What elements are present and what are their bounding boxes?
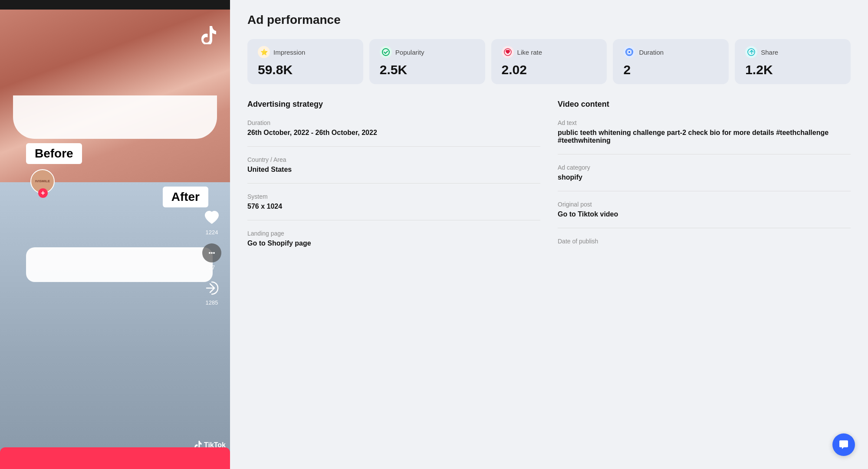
system-field-value: 576 x 1024 <box>247 203 540 210</box>
metric-header-impression: ⭐ Impression <box>258 46 353 58</box>
ad-text-field: Ad text public teeth whitening challenge… <box>558 119 851 154</box>
chat-button[interactable] <box>832 433 855 456</box>
svg-point-3 <box>382 49 389 56</box>
follow-button[interactable]: + <box>38 188 48 198</box>
duration-icon <box>623 46 635 58</box>
teeth-bottom <box>26 247 213 282</box>
impression-icon: ⭐ <box>258 46 270 58</box>
duration-field-value: 26th October, 2022 - 26th October, 2022 <box>247 129 540 137</box>
share-icon <box>202 279 221 298</box>
metric-card-impression: ⭐ Impression 59.8K <box>247 39 363 84</box>
date-publish-label: Date of publish <box>558 238 851 245</box>
duration-label: Duration <box>639 49 664 56</box>
video-content-title: Video content <box>558 100 851 109</box>
system-field-label: System <box>247 193 540 200</box>
date-publish-field: Date of publish <box>558 238 851 257</box>
ad-category-value: shopify <box>558 174 851 181</box>
original-post-label: Original post <box>558 201 851 208</box>
country-field: Country / Area United States <box>247 156 540 184</box>
video-container: Before IVISMILE + After 1224 <box>0 0 230 469</box>
teeth-top <box>13 95 217 139</box>
after-label: After <box>163 187 208 207</box>
duration-field-label: Duration <box>247 119 540 126</box>
metric-card-likerate: Like rate 2.02 <box>491 39 607 84</box>
system-field: System 576 x 1024 <box>247 193 540 220</box>
duration-field: Duration 26th October, 2022 - 26th Octob… <box>247 119 540 147</box>
video-bg-bottom <box>0 182 230 469</box>
ad-text-value: public teeth whitening challenge part-2 … <box>558 129 851 144</box>
share-count: 1285 <box>206 299 218 306</box>
comment-count: 27 <box>209 264 215 271</box>
landing-page-value[interactable]: Go to Shopify page <box>247 239 540 247</box>
after-text: After <box>171 190 200 203</box>
landing-page-field: Landing page Go to Shopify page <box>247 230 540 257</box>
avatar-name: IVISMILE <box>35 179 50 184</box>
original-post-value[interactable]: Go to Tiktok video <box>558 210 851 218</box>
impression-label: Impression <box>273 49 305 56</box>
popularity-icon <box>380 46 392 58</box>
before-label: Before <box>26 143 82 164</box>
metrics-row: ⭐ Impression 59.8K Popularity 2.5K <box>247 39 851 84</box>
landing-page-label: Landing page <box>247 230 540 237</box>
share-label: Share <box>761 49 778 56</box>
side-actions: 1224 27 <box>202 208 221 306</box>
svg-point-7 <box>628 51 630 53</box>
page-title: Ad performance <box>247 13 851 27</box>
country-field-label: Country / Area <box>247 156 540 163</box>
popularity-value: 2.5K <box>380 62 475 77</box>
metric-header-likerate: Like rate <box>502 46 597 58</box>
share-metric-icon <box>745 46 757 58</box>
advertising-strategy-column: Advertising strategy Duration 26th Octob… <box>247 100 540 266</box>
metric-card-duration: Duration 2 <box>613 39 729 84</box>
duration-value: 2 <box>623 62 718 77</box>
country-field-value: United States <box>247 166 540 174</box>
share-action[interactable]: 1285 <box>202 279 221 306</box>
likerate-icon <box>502 46 514 58</box>
video-content-column: Video content Ad text public teeth white… <box>558 100 851 266</box>
before-text: Before <box>35 147 73 160</box>
likerate-label: Like rate <box>517 49 542 56</box>
share-value: 1.2K <box>745 62 840 77</box>
popularity-label: Popularity <box>395 49 424 56</box>
original-post-field: Original post Go to Tiktok video <box>558 201 851 228</box>
impression-value: 59.8K <box>258 62 353 77</box>
metric-header-duration: Duration <box>623 46 718 58</box>
like-count: 1224 <box>206 229 218 236</box>
right-panel: Ad performance ⭐ Impression 59.8K Popula… <box>230 0 868 469</box>
video-panel: Before IVISMILE + After 1224 <box>0 0 230 469</box>
info-grid: Advertising strategy Duration 26th Octob… <box>247 100 851 266</box>
comment-action[interactable]: 27 <box>202 243 221 271</box>
svg-point-2 <box>213 252 215 254</box>
top-bar <box>0 0 230 10</box>
like-action[interactable]: 1224 <box>202 208 221 236</box>
metric-header-share: Share <box>745 46 840 58</box>
metric-header-popularity: Popularity <box>380 46 475 58</box>
svg-point-1 <box>211 252 213 254</box>
ad-category-field: Ad category shopify <box>558 164 851 191</box>
tiktok-watermark <box>201 26 217 44</box>
heart-icon <box>202 208 221 227</box>
ad-category-label: Ad category <box>558 164 851 171</box>
svg-point-0 <box>209 252 210 254</box>
advertising-strategy-title: Advertising strategy <box>247 100 540 109</box>
metric-card-popularity: Popularity 2.5K <box>369 39 485 84</box>
ad-text-label: Ad text <box>558 119 851 126</box>
bottom-red-bar[interactable] <box>0 447 230 469</box>
metric-card-share: Share 1.2K <box>735 39 851 84</box>
likerate-value: 2.02 <box>502 62 597 77</box>
comment-icon <box>202 243 221 262</box>
